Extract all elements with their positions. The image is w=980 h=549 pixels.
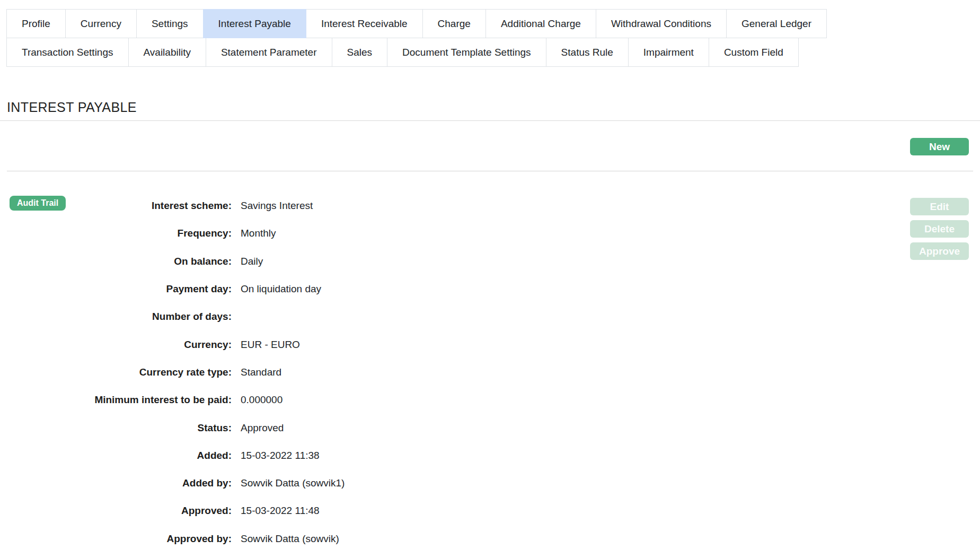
tab-bar: Profile Currency Settings Interest Payab… bbox=[6, 0, 974, 67]
field-currency-rate-type: Currency rate type: Standard bbox=[0, 359, 980, 386]
field-value: 15-03-2022 11:38 bbox=[241, 450, 320, 461]
field-value: 15-03-2022 11:48 bbox=[241, 505, 320, 517]
tab-bar-row-1: Profile Currency Settings Interest Payab… bbox=[6, 9, 974, 38]
field-label: Number of days: bbox=[0, 311, 232, 323]
field-value: Monthly bbox=[241, 228, 276, 239]
tab-custom-field[interactable]: Custom Field bbox=[709, 38, 799, 67]
audit-trail-button[interactable]: Audit Trail bbox=[10, 196, 66, 211]
tab-statement-parameter[interactable]: Statement Parameter bbox=[206, 38, 332, 67]
tab-currency[interactable]: Currency bbox=[65, 9, 137, 38]
field-currency: Currency: EUR - EURO bbox=[0, 330, 980, 358]
field-label: Minimum interest to be paid: bbox=[0, 394, 232, 406]
field-value: Sowvik Datta (sowvik) bbox=[241, 533, 339, 545]
field-minimum-interest: Minimum interest to be paid: 0.000000 bbox=[0, 386, 980, 414]
field-value: Standard bbox=[241, 367, 281, 378]
field-value: Approved bbox=[241, 422, 284, 434]
tab-bar-row-2: Transaction Settings Availability Statem… bbox=[6, 38, 974, 67]
field-label: Currency: bbox=[0, 339, 232, 351]
tab-charge[interactable]: Charge bbox=[422, 9, 486, 38]
field-added: Added: 15-03-2022 11:38 bbox=[0, 442, 980, 469]
field-number-of-days: Number of days: bbox=[0, 303, 980, 330]
field-value: Daily bbox=[241, 256, 263, 267]
tab-sales[interactable]: Sales bbox=[332, 38, 388, 67]
record-action-buttons: Edit Delete Approve bbox=[910, 198, 969, 260]
tab-document-template-settings[interactable]: Document Template Settings bbox=[387, 38, 546, 67]
tab-additional-charge[interactable]: Additional Charge bbox=[485, 9, 596, 38]
field-label: Added: bbox=[0, 450, 232, 461]
field-value: Sowvik Datta (sowvik1) bbox=[241, 477, 345, 489]
tab-general-ledger[interactable]: General Ledger bbox=[726, 9, 827, 38]
tab-availability[interactable]: Availability bbox=[128, 38, 206, 67]
field-added-by: Added by: Sowvik Datta (sowvik1) bbox=[0, 469, 980, 497]
tab-profile[interactable]: Profile bbox=[6, 9, 66, 38]
field-value: 0.000000 bbox=[241, 394, 282, 406]
field-approved: Approved: 15-03-2022 11:48 bbox=[0, 497, 980, 525]
field-label: Added by: bbox=[0, 477, 232, 489]
approve-button[interactable]: Approve bbox=[910, 242, 969, 260]
field-value: On liquidation day bbox=[241, 283, 321, 295]
interest-payable-detail-panel: Audit Trail Edit Delete Approve Interest… bbox=[0, 192, 980, 549]
field-payment-day: Payment day: On liquidation day bbox=[0, 275, 980, 303]
tab-interest-payable[interactable]: Interest Payable bbox=[203, 9, 306, 38]
field-interest-scheme: Interest scheme: Savings Interest bbox=[0, 192, 980, 220]
page-title: INTEREST PAYABLE bbox=[7, 100, 980, 115]
field-frequency: Frequency: Monthly bbox=[0, 220, 980, 247]
field-label: On balance: bbox=[0, 256, 232, 267]
field-label: Currency rate type: bbox=[0, 367, 232, 378]
tab-interest-receivable[interactable]: Interest Receivable bbox=[306, 9, 423, 38]
tab-status-rule[interactable]: Status Rule bbox=[546, 38, 629, 67]
field-label: Approved: bbox=[0, 505, 232, 517]
delete-button[interactable]: Delete bbox=[910, 220, 969, 238]
field-value: Savings Interest bbox=[241, 200, 313, 212]
tab-withdrawal-conditions[interactable]: Withdrawal Conditions bbox=[596, 9, 727, 38]
detail-fields: Interest scheme: Savings Interest Freque… bbox=[0, 192, 980, 549]
field-label: Approved by: bbox=[0, 533, 232, 545]
field-on-balance: On balance: Daily bbox=[0, 248, 980, 275]
field-label: Status: bbox=[0, 422, 232, 434]
new-button[interactable]: New bbox=[910, 138, 969, 155]
tab-impairment[interactable]: Impairment bbox=[628, 38, 709, 67]
toolbar-divider bbox=[7, 171, 973, 171]
field-label: Frequency: bbox=[0, 228, 232, 239]
field-label: Payment day: bbox=[0, 283, 232, 295]
field-approved-by: Approved by: Sowvik Datta (sowvik) bbox=[0, 525, 980, 549]
toolbar: New bbox=[0, 121, 980, 163]
tab-transaction-settings[interactable]: Transaction Settings bbox=[6, 38, 129, 67]
edit-button[interactable]: Edit bbox=[910, 198, 969, 215]
field-value: EUR - EURO bbox=[241, 339, 300, 351]
tab-settings[interactable]: Settings bbox=[136, 9, 204, 38]
field-status: Status: Approved bbox=[0, 414, 980, 441]
